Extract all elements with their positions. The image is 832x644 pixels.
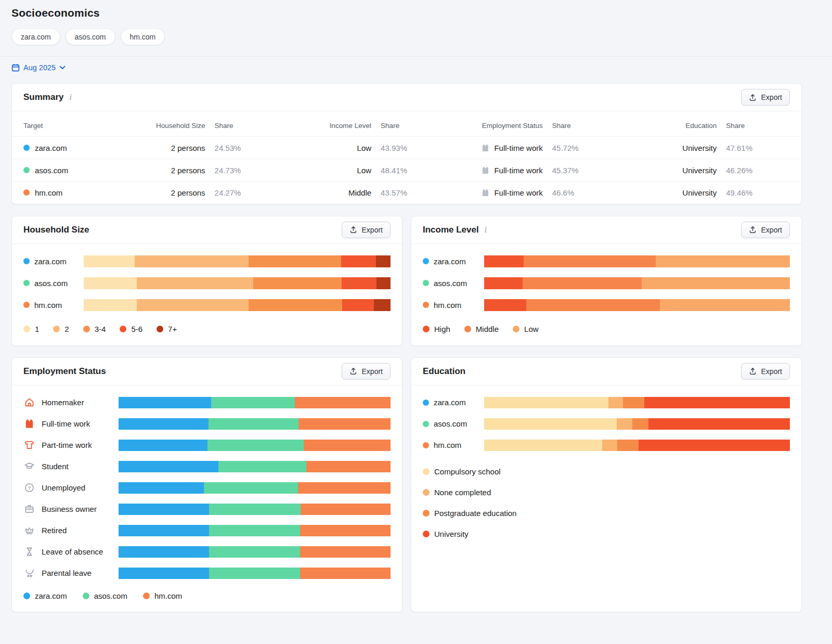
domain-dot — [23, 258, 30, 264]
chip-asos[interactable]: asos.com — [66, 28, 115, 45]
stacked-bar — [484, 397, 790, 408]
table-row: zara.com 2 persons 24.53% Low 43.93% Ful… — [12, 137, 801, 159]
chart-row: Business owner — [23, 504, 391, 515]
chevron-down-icon — [59, 66, 66, 70]
stacked-bar — [484, 255, 790, 267]
hourglass-icon — [23, 546, 35, 558]
chip-hm[interactable]: hm.com — [121, 28, 165, 45]
domain-dot — [23, 145, 30, 151]
domain-dot — [423, 442, 429, 448]
export-button[interactable]: Export — [342, 363, 391, 380]
chart-row: ?Unemployed — [23, 482, 391, 494]
domain-dot — [423, 421, 429, 427]
education-card: Education Export zara.com asos.com hm.co… — [411, 357, 802, 612]
income-level-card: Income Level i Export zara.com asos.com … — [411, 216, 802, 346]
target-name: hm.com — [35, 188, 62, 197]
summary-title: Summary — [23, 92, 63, 102]
tshirt-icon — [23, 440, 35, 451]
domain-dot — [423, 280, 429, 286]
stacked-bar — [119, 546, 391, 558]
domain-dot — [423, 302, 429, 308]
chart-row: zara.com — [423, 397, 790, 408]
stacked-bar — [119, 504, 391, 515]
summary-header-row: Target Household Size Share Income Level… — [12, 111, 801, 137]
export-button[interactable]: Export — [741, 363, 790, 380]
home-icon — [23, 397, 35, 408]
employment-status-legend: zara.com asos.com hm.com — [23, 589, 391, 612]
stacked-bar — [484, 418, 790, 430]
export-button[interactable]: Export — [741, 89, 790, 106]
chart-row: Homemaker — [23, 397, 391, 408]
summary-table: Target Household Size Share Income Level… — [12, 111, 801, 204]
chart-row: asos.com — [423, 277, 790, 289]
info-icon[interactable]: i — [69, 93, 71, 101]
export-button[interactable]: Export — [741, 222, 790, 238]
domain-dot — [23, 280, 30, 286]
calendar-icon — [11, 63, 20, 72]
income-level-chart: zara.com asos.com hm.com High Middle Low — [411, 244, 801, 345]
chart-row: Retired — [23, 525, 391, 536]
stacked-bar — [484, 440, 790, 451]
export-icon — [749, 94, 757, 101]
work-shirt-icon — [481, 166, 490, 175]
summary-card: Summary i Export Target Household Size S… — [11, 83, 802, 204]
employment-status-chart: Homemaker Full-time work Part-time work … — [12, 385, 402, 612]
chart-row: Student — [23, 461, 391, 472]
domain-dot — [423, 400, 429, 406]
stroller-icon — [23, 568, 35, 579]
chart-row: hm.com — [23, 299, 391, 311]
education-chart: zara.com asos.com hm.com Compulsory scho… — [411, 385, 801, 551]
export-icon — [349, 367, 357, 375]
stacked-bar — [484, 277, 790, 289]
education-legend: Compulsory school None completed Postgra… — [423, 461, 790, 551]
export-button[interactable]: Export — [342, 222, 391, 238]
education-title: Education — [423, 366, 465, 377]
table-row: hm.com 2 persons 24.27% Middle 43.57% Fu… — [12, 182, 801, 204]
chart-row: Leave of absence — [23, 546, 391, 558]
chart-row: hm.com — [423, 440, 790, 451]
domain-dot — [23, 189, 30, 196]
target-name: asos.com — [35, 166, 68, 175]
date-label: Aug 2025 — [23, 63, 56, 72]
work-shirt-icon — [481, 144, 490, 152]
chart-row: asos.com — [423, 418, 790, 430]
stacked-bar — [484, 299, 790, 311]
income-level-title: Income Level — [423, 225, 479, 235]
question-icon: ? — [23, 482, 35, 494]
domain-dot — [423, 258, 429, 264]
chart-row: hm.com — [423, 299, 790, 311]
household-size-legend: 1 2 3-4 5-6 7+ — [23, 321, 391, 345]
employment-status-card: Employment Status Export Homemaker Full-… — [11, 357, 402, 612]
chart-row: Part-time work — [23, 440, 391, 451]
chip-zara[interactable]: zara.com — [11, 28, 60, 45]
stacked-bar — [119, 568, 391, 579]
work-shirt-icon — [481, 188, 490, 197]
stacked-bar — [119, 525, 391, 536]
employment-status-title: Employment Status — [23, 366, 106, 377]
chart-row: zara.com — [23, 255, 391, 267]
crown-icon — [23, 525, 35, 536]
household-size-card: Household Size Export zara.com asos.com … — [11, 216, 402, 346]
info-icon[interactable]: i — [485, 226, 487, 234]
export-icon — [749, 226, 757, 234]
target-name: zara.com — [35, 144, 67, 152]
briefcase-icon — [23, 504, 35, 515]
page-title: Socioeconomics — [11, 0, 802, 19]
header-divider — [0, 56, 832, 57]
chart-row: zara.com — [423, 255, 790, 267]
income-level-legend: High Middle Low — [423, 321, 790, 345]
stacked-bar — [119, 461, 391, 472]
graduation-cap-icon — [23, 461, 35, 472]
stacked-bar — [84, 255, 391, 267]
table-row: asos.com 2 persons 24.73% Low 48.41% Ful… — [12, 159, 801, 182]
date-selector[interactable]: Aug 2025 — [11, 63, 66, 72]
domain-dot — [23, 167, 30, 173]
chart-row: Parental leave — [23, 568, 391, 579]
svg-text:?: ? — [28, 485, 31, 491]
chart-row: Full-time work — [23, 418, 391, 430]
household-size-title: Household Size — [23, 225, 89, 235]
stacked-bar — [84, 277, 391, 289]
target-chips: zara.com asos.com hm.com — [11, 28, 802, 45]
stacked-bar — [84, 299, 391, 311]
stacked-bar — [119, 482, 391, 494]
